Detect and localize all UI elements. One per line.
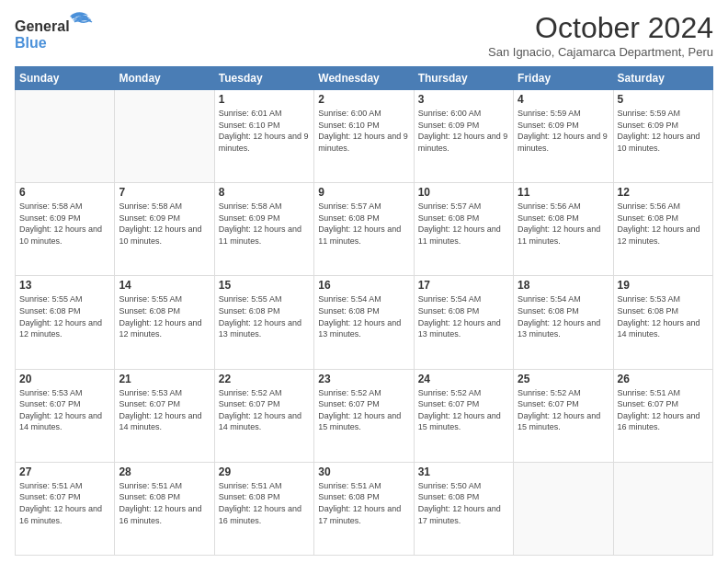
- calendar-day-cell: 18Sunrise: 5:54 AM Sunset: 6:08 PM Dayli…: [514, 276, 613, 369]
- day-info: Sunrise: 5:56 AM Sunset: 6:08 PM Dayligh…: [518, 201, 609, 247]
- calendar-week-row: 20Sunrise: 5:53 AM Sunset: 6:07 PM Dayli…: [16, 369, 713, 462]
- day-number: 27: [19, 465, 110, 478]
- day-number: 23: [318, 373, 409, 385]
- calendar-day-cell: 31Sunrise: 5:50 AM Sunset: 6:08 PM Dayli…: [414, 462, 513, 555]
- day-info: Sunrise: 5:57 AM Sunset: 6:08 PM Dayligh…: [418, 201, 509, 247]
- calendar-day-cell: [613, 462, 712, 555]
- day-info: Sunrise: 5:52 AM Sunset: 6:07 PM Dayligh…: [318, 387, 409, 433]
- day-number: 10: [418, 186, 509, 199]
- calendar-day-cell: 16Sunrise: 5:54 AM Sunset: 6:08 PM Dayli…: [314, 276, 414, 369]
- day-info: Sunrise: 5:52 AM Sunset: 6:07 PM Dayligh…: [418, 387, 509, 433]
- day-info: Sunrise: 6:01 AM Sunset: 6:10 PM Dayligh…: [219, 108, 310, 154]
- day-number: 28: [119, 465, 210, 478]
- day-number: 7: [119, 186, 210, 199]
- weekday-header: Saturday: [613, 67, 712, 90]
- day-number: 6: [19, 186, 110, 199]
- calendar-day-cell: 12Sunrise: 5:56 AM Sunset: 6:08 PM Dayli…: [613, 183, 712, 276]
- calendar-week-row: 6Sunrise: 5:58 AM Sunset: 6:09 PM Daylig…: [16, 183, 713, 276]
- day-number: 11: [518, 186, 609, 199]
- calendar-day-cell: 25Sunrise: 5:52 AM Sunset: 6:07 PM Dayli…: [514, 369, 613, 462]
- calendar-day-cell: 11Sunrise: 5:56 AM Sunset: 6:08 PM Dayli…: [514, 183, 613, 276]
- title-area: October 2024 San Ignacio, Cajamarca Depa…: [488, 11, 713, 59]
- calendar-day-cell: 5Sunrise: 5:59 AM Sunset: 6:09 PM Daylig…: [613, 90, 712, 183]
- calendar-day-cell: [115, 90, 214, 183]
- day-number: 17: [418, 279, 509, 292]
- day-number: 9: [318, 186, 409, 199]
- day-number: 12: [618, 186, 709, 199]
- svg-text:General: General: [15, 18, 70, 34]
- day-info: Sunrise: 5:51 AM Sunset: 6:07 PM Dayligh…: [19, 480, 110, 526]
- calendar-day-cell: 22Sunrise: 5:52 AM Sunset: 6:07 PM Dayli…: [214, 369, 313, 462]
- day-info: Sunrise: 5:50 AM Sunset: 6:08 PM Dayligh…: [418, 480, 509, 526]
- logo: General Blue: [15, 11, 102, 55]
- day-number: 25: [518, 373, 609, 385]
- calendar-day-cell: 26Sunrise: 5:51 AM Sunset: 6:07 PM Dayli…: [613, 369, 712, 462]
- day-info: Sunrise: 5:52 AM Sunset: 6:07 PM Dayligh…: [518, 387, 609, 433]
- day-info: Sunrise: 5:59 AM Sunset: 6:09 PM Dayligh…: [618, 108, 709, 154]
- day-info: Sunrise: 5:51 AM Sunset: 6:08 PM Dayligh…: [219, 480, 310, 526]
- day-info: Sunrise: 5:55 AM Sunset: 6:08 PM Dayligh…: [219, 293, 310, 339]
- calendar-day-cell: 13Sunrise: 5:55 AM Sunset: 6:08 PM Dayli…: [16, 276, 115, 369]
- calendar-week-row: 27Sunrise: 5:51 AM Sunset: 6:07 PM Dayli…: [16, 462, 713, 555]
- day-number: 22: [219, 373, 310, 385]
- weekday-header: Thursday: [414, 67, 513, 90]
- calendar-day-cell: 7Sunrise: 5:58 AM Sunset: 6:09 PM Daylig…: [115, 183, 214, 276]
- day-number: 8: [219, 186, 310, 199]
- weekday-header: Tuesday: [214, 67, 313, 90]
- calendar-day-cell: 29Sunrise: 5:51 AM Sunset: 6:08 PM Dayli…: [214, 462, 313, 555]
- calendar-day-cell: 9Sunrise: 5:57 AM Sunset: 6:08 PM Daylig…: [314, 183, 414, 276]
- day-number: 19: [618, 279, 709, 292]
- day-info: Sunrise: 5:55 AM Sunset: 6:08 PM Dayligh…: [119, 293, 210, 339]
- day-info: Sunrise: 5:56 AM Sunset: 6:08 PM Dayligh…: [618, 201, 709, 247]
- calendar-day-cell: 8Sunrise: 5:58 AM Sunset: 6:09 PM Daylig…: [214, 183, 313, 276]
- day-number: 5: [618, 93, 709, 106]
- weekday-header-row: SundayMondayTuesdayWednesdayThursdayFrid…: [16, 67, 713, 90]
- page-header: General Blue October 2024 San Ignacio, C…: [15, 11, 713, 59]
- calendar-day-cell: 24Sunrise: 5:52 AM Sunset: 6:07 PM Dayli…: [414, 369, 513, 462]
- day-number: 29: [219, 465, 310, 478]
- calendar-day-cell: 20Sunrise: 5:53 AM Sunset: 6:07 PM Dayli…: [16, 369, 115, 462]
- day-info: Sunrise: 5:59 AM Sunset: 6:09 PM Dayligh…: [518, 108, 609, 154]
- day-number: 21: [119, 373, 210, 385]
- calendar-day-cell: 23Sunrise: 5:52 AM Sunset: 6:07 PM Dayli…: [314, 369, 414, 462]
- day-number: 1: [219, 93, 310, 106]
- day-info: Sunrise: 5:52 AM Sunset: 6:07 PM Dayligh…: [219, 387, 310, 433]
- calendar-day-cell: 3Sunrise: 6:00 AM Sunset: 6:09 PM Daylig…: [414, 90, 513, 183]
- weekday-header: Wednesday: [314, 67, 414, 90]
- svg-text:Blue: Blue: [15, 35, 47, 51]
- day-info: Sunrise: 6:00 AM Sunset: 6:10 PM Dayligh…: [318, 108, 409, 154]
- month-title: October 2024: [488, 11, 713, 45]
- calendar-week-row: 13Sunrise: 5:55 AM Sunset: 6:08 PM Dayli…: [16, 276, 713, 369]
- day-number: 30: [318, 465, 409, 478]
- calendar-day-cell: [16, 90, 115, 183]
- day-info: Sunrise: 5:58 AM Sunset: 6:09 PM Dayligh…: [19, 201, 110, 247]
- day-info: Sunrise: 5:54 AM Sunset: 6:08 PM Dayligh…: [418, 293, 509, 339]
- calendar-day-cell: 27Sunrise: 5:51 AM Sunset: 6:07 PM Dayli…: [16, 462, 115, 555]
- day-info: Sunrise: 5:53 AM Sunset: 6:07 PM Dayligh…: [119, 387, 210, 433]
- calendar-day-cell: 21Sunrise: 5:53 AM Sunset: 6:07 PM Dayli…: [115, 369, 214, 462]
- calendar-day-cell: 17Sunrise: 5:54 AM Sunset: 6:08 PM Dayli…: [414, 276, 513, 369]
- calendar-day-cell: 6Sunrise: 5:58 AM Sunset: 6:09 PM Daylig…: [16, 183, 115, 276]
- day-number: 24: [418, 373, 509, 385]
- calendar-table: SundayMondayTuesdayWednesdayThursdayFrid…: [15, 66, 713, 556]
- weekday-header: Sunday: [16, 67, 115, 90]
- day-info: Sunrise: 5:54 AM Sunset: 6:08 PM Dayligh…: [318, 293, 409, 339]
- calendar-day-cell: 28Sunrise: 5:51 AM Sunset: 6:08 PM Dayli…: [115, 462, 214, 555]
- calendar-day-cell: [514, 462, 613, 555]
- calendar-day-cell: 15Sunrise: 5:55 AM Sunset: 6:08 PM Dayli…: [214, 276, 313, 369]
- calendar-day-cell: 2Sunrise: 6:00 AM Sunset: 6:10 PM Daylig…: [314, 90, 414, 183]
- day-number: 20: [19, 373, 110, 385]
- location: San Ignacio, Cajamarca Department, Peru: [488, 45, 713, 59]
- day-number: 4: [518, 93, 609, 106]
- day-info: Sunrise: 5:51 AM Sunset: 6:07 PM Dayligh…: [618, 387, 709, 433]
- day-info: Sunrise: 5:54 AM Sunset: 6:08 PM Dayligh…: [518, 293, 609, 339]
- calendar-day-cell: 19Sunrise: 5:53 AM Sunset: 6:08 PM Dayli…: [613, 276, 712, 369]
- weekday-header: Monday: [115, 67, 214, 90]
- calendar-day-cell: 30Sunrise: 5:51 AM Sunset: 6:08 PM Dayli…: [314, 462, 414, 555]
- day-number: 16: [318, 279, 409, 292]
- day-number: 15: [219, 279, 310, 292]
- day-number: 26: [618, 373, 709, 385]
- day-info: Sunrise: 5:51 AM Sunset: 6:08 PM Dayligh…: [119, 480, 210, 526]
- day-info: Sunrise: 5:53 AM Sunset: 6:07 PM Dayligh…: [19, 387, 110, 433]
- day-number: 14: [119, 279, 210, 292]
